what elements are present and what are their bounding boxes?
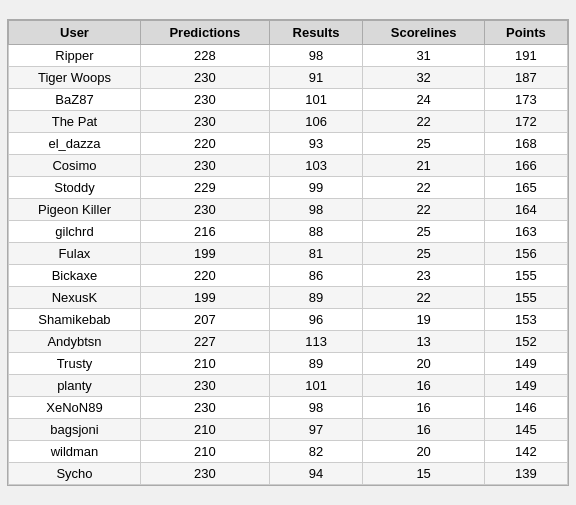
cell-4-1: 220 bbox=[140, 133, 269, 155]
cell-13-3: 13 bbox=[363, 331, 484, 353]
cell-10-4: 155 bbox=[484, 265, 567, 287]
cell-18-4: 142 bbox=[484, 441, 567, 463]
cell-0-3: 31 bbox=[363, 45, 484, 67]
cell-8-2: 88 bbox=[269, 221, 363, 243]
cell-7-0: Pigeon Killer bbox=[9, 199, 141, 221]
cell-3-4: 172 bbox=[484, 111, 567, 133]
cell-11-1: 199 bbox=[140, 287, 269, 309]
cell-1-3: 32 bbox=[363, 67, 484, 89]
cell-4-3: 25 bbox=[363, 133, 484, 155]
cell-1-4: 187 bbox=[484, 67, 567, 89]
header-predictions: Predictions bbox=[140, 21, 269, 45]
cell-6-3: 22 bbox=[363, 177, 484, 199]
cell-8-4: 163 bbox=[484, 221, 567, 243]
table-row: Sycho2309415139 bbox=[9, 463, 568, 485]
cell-3-0: The Pat bbox=[9, 111, 141, 133]
cell-16-4: 146 bbox=[484, 397, 567, 419]
cell-16-1: 230 bbox=[140, 397, 269, 419]
header-points: Points bbox=[484, 21, 567, 45]
cell-3-3: 22 bbox=[363, 111, 484, 133]
header-scorelines: Scorelines bbox=[363, 21, 484, 45]
cell-6-1: 229 bbox=[140, 177, 269, 199]
cell-17-0: bagsjoni bbox=[9, 419, 141, 441]
cell-14-0: Trusty bbox=[9, 353, 141, 375]
cell-9-3: 25 bbox=[363, 243, 484, 265]
table-row: gilchrd2168825163 bbox=[9, 221, 568, 243]
cell-7-2: 98 bbox=[269, 199, 363, 221]
cell-5-3: 21 bbox=[363, 155, 484, 177]
table-row: Fulax1998125156 bbox=[9, 243, 568, 265]
cell-4-4: 168 bbox=[484, 133, 567, 155]
table-row: planty23010116149 bbox=[9, 375, 568, 397]
cell-10-2: 86 bbox=[269, 265, 363, 287]
cell-16-2: 98 bbox=[269, 397, 363, 419]
table-body: Ripper2289831191Tiger Woops2309132187BaZ… bbox=[9, 45, 568, 485]
cell-11-4: 155 bbox=[484, 287, 567, 309]
cell-8-1: 216 bbox=[140, 221, 269, 243]
table-row: NexusK1998922155 bbox=[9, 287, 568, 309]
cell-3-2: 106 bbox=[269, 111, 363, 133]
cell-5-1: 230 bbox=[140, 155, 269, 177]
cell-15-0: planty bbox=[9, 375, 141, 397]
cell-19-2: 94 bbox=[269, 463, 363, 485]
cell-17-1: 210 bbox=[140, 419, 269, 441]
table-row: Ripper2289831191 bbox=[9, 45, 568, 67]
table-row: Cosimo23010321166 bbox=[9, 155, 568, 177]
cell-16-0: XeNoN89 bbox=[9, 397, 141, 419]
cell-15-1: 230 bbox=[140, 375, 269, 397]
cell-2-0: BaZ87 bbox=[9, 89, 141, 111]
cell-15-2: 101 bbox=[269, 375, 363, 397]
cell-1-2: 91 bbox=[269, 67, 363, 89]
cell-11-3: 22 bbox=[363, 287, 484, 309]
cell-2-3: 24 bbox=[363, 89, 484, 111]
cell-19-4: 139 bbox=[484, 463, 567, 485]
cell-8-3: 25 bbox=[363, 221, 484, 243]
cell-2-1: 230 bbox=[140, 89, 269, 111]
table-row: Pigeon Killer2309822164 bbox=[9, 199, 568, 221]
cell-14-2: 89 bbox=[269, 353, 363, 375]
cell-13-0: Andybtsn bbox=[9, 331, 141, 353]
cell-11-2: 89 bbox=[269, 287, 363, 309]
cell-6-0: Stoddy bbox=[9, 177, 141, 199]
cell-11-0: NexusK bbox=[9, 287, 141, 309]
cell-12-3: 19 bbox=[363, 309, 484, 331]
cell-6-4: 165 bbox=[484, 177, 567, 199]
cell-0-4: 191 bbox=[484, 45, 567, 67]
table-row: The Pat23010622172 bbox=[9, 111, 568, 133]
table-row: BaZ8723010124173 bbox=[9, 89, 568, 111]
cell-7-3: 22 bbox=[363, 199, 484, 221]
cell-2-2: 101 bbox=[269, 89, 363, 111]
cell-13-2: 113 bbox=[269, 331, 363, 353]
cell-5-4: 166 bbox=[484, 155, 567, 177]
header-results: Results bbox=[269, 21, 363, 45]
cell-5-2: 103 bbox=[269, 155, 363, 177]
cell-12-0: Shamikebab bbox=[9, 309, 141, 331]
cell-7-4: 164 bbox=[484, 199, 567, 221]
table-header-row: User Predictions Results Scorelines Poin… bbox=[9, 21, 568, 45]
cell-13-4: 152 bbox=[484, 331, 567, 353]
leaderboard-table: User Predictions Results Scorelines Poin… bbox=[8, 20, 568, 485]
cell-6-2: 99 bbox=[269, 177, 363, 199]
cell-19-0: Sycho bbox=[9, 463, 141, 485]
table-row: Tiger Woops2309132187 bbox=[9, 67, 568, 89]
header-user: User bbox=[9, 21, 141, 45]
cell-4-0: el_dazza bbox=[9, 133, 141, 155]
cell-3-1: 230 bbox=[140, 111, 269, 133]
table-row: Shamikebab2079619153 bbox=[9, 309, 568, 331]
cell-12-1: 207 bbox=[140, 309, 269, 331]
cell-15-3: 16 bbox=[363, 375, 484, 397]
cell-12-4: 153 bbox=[484, 309, 567, 331]
cell-14-1: 210 bbox=[140, 353, 269, 375]
cell-15-4: 149 bbox=[484, 375, 567, 397]
cell-17-3: 16 bbox=[363, 419, 484, 441]
table-row: Andybtsn22711313152 bbox=[9, 331, 568, 353]
cell-0-2: 98 bbox=[269, 45, 363, 67]
cell-4-2: 93 bbox=[269, 133, 363, 155]
cell-17-4: 145 bbox=[484, 419, 567, 441]
cell-9-1: 199 bbox=[140, 243, 269, 265]
cell-18-0: wildman bbox=[9, 441, 141, 463]
cell-1-1: 230 bbox=[140, 67, 269, 89]
leaderboard-table-container: User Predictions Results Scorelines Poin… bbox=[7, 19, 569, 486]
cell-9-0: Fulax bbox=[9, 243, 141, 265]
cell-1-0: Tiger Woops bbox=[9, 67, 141, 89]
